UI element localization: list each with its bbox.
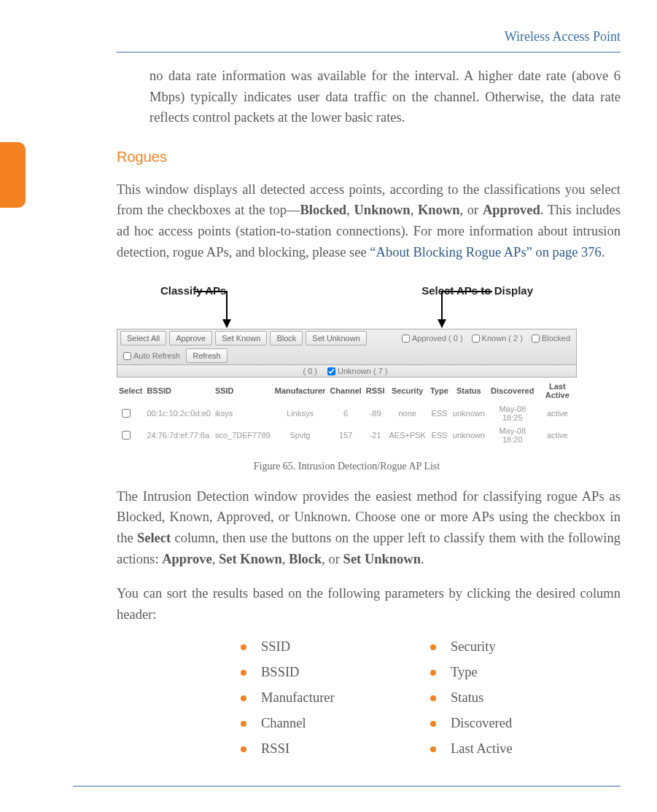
figure-caption: Figure 65. Intrusion Detection/Rogue AP … <box>117 461 577 472</box>
param-label: BSSID <box>261 665 299 680</box>
refresh-button[interactable]: Refresh <box>186 348 228 363</box>
auto-refresh-toggle[interactable]: Auto Refresh <box>120 351 183 360</box>
approved-checkbox[interactable] <box>402 335 410 343</box>
cell-manufacturer: Spvtg <box>273 424 328 446</box>
arrow-right-icon <box>441 291 443 327</box>
col-manufacturer[interactable]: Manufacturer <box>273 379 328 402</box>
bold-block: Block <box>289 552 322 566</box>
col-security[interactable]: Security <box>387 379 428 402</box>
bullet-icon <box>430 670 436 676</box>
col-type[interactable]: Type <box>428 379 451 402</box>
approved-label: Approved ( 0 ) <box>412 334 463 343</box>
row-select-checkbox[interactable] <box>122 409 131 418</box>
cell-discovered: May-08 18:20 <box>487 424 538 446</box>
col-bssid[interactable]: BSSID <box>144 379 212 402</box>
section-heading-rogues: Rogues <box>117 149 621 165</box>
cell-bssid: 24:76:7d:ef:77:8a <box>144 424 212 446</box>
set-known-button[interactable]: Set Known <box>215 331 267 346</box>
col-ssid[interactable]: SSID <box>213 379 273 402</box>
cell-security: none <box>387 402 428 424</box>
param-label: Channel <box>261 716 306 731</box>
known-checkbox[interactable] <box>472 335 480 343</box>
cell-channel: 6 <box>327 402 363 424</box>
param-label: Status <box>451 690 483 706</box>
cell-type: ESS <box>428 402 451 424</box>
blocked-filter[interactable]: Blocked <box>529 334 573 343</box>
row-select-checkbox[interactable] <box>122 431 131 440</box>
bullet-icon <box>241 670 246 676</box>
bullet-icon <box>241 721 246 727</box>
col-discovered[interactable]: Discovered <box>487 379 538 402</box>
bullet-icon <box>241 746 246 752</box>
known-filter[interactable]: Known ( 2 ) <box>469 334 526 343</box>
param-label: Last Active <box>451 741 513 757</box>
footer-rule <box>73 786 621 786</box>
bullet-icon <box>430 746 436 752</box>
toolbar: Select All Approve Set Known Block Set U… <box>117 329 577 365</box>
toolbar-row2: ( 0 ) Unknown ( 7 ) <box>117 365 577 378</box>
list-item: BSSID <box>241 665 401 680</box>
cell-discovered: May-08 18:25 <box>487 402 538 424</box>
col-last-active[interactable]: Last Active <box>538 379 577 402</box>
side-tab <box>0 142 26 208</box>
approved-filter[interactable]: Approved ( 0 ) <box>399 334 466 343</box>
col-channel[interactable]: Channel <box>327 379 363 402</box>
blocked-label: Blocked <box>542 334 570 343</box>
p2-end: . <box>421 552 424 566</box>
list-item: SSID <box>241 639 401 655</box>
select-all-button[interactable]: Select All <box>120 331 166 346</box>
bold-set-unknown: Set Unknown <box>343 552 421 566</box>
col-select[interactable]: Select <box>117 379 144 402</box>
cell-channel: 157 <box>327 424 363 446</box>
cell-last-active: active <box>538 424 577 446</box>
param-label: RSSI <box>261 741 289 757</box>
bullet-icon <box>430 695 436 701</box>
list-item: Type <box>430 665 591 680</box>
param-label: SSID <box>261 639 290 655</box>
auto-refresh-label: Auto Refresh <box>133 351 180 360</box>
list-item: Security <box>430 639 591 655</box>
unknown-checkbox[interactable] <box>327 367 335 375</box>
bold-set-known: Set Known <box>219 552 282 566</box>
intro-paragraph: no data rate information was available f… <box>149 66 621 128</box>
cell-last-active: active <box>538 402 577 424</box>
cell-ssid: iksys <box>213 402 273 424</box>
known-label: Known ( 2 ) <box>482 334 523 343</box>
link-blocking-rogue[interactable]: “About Blocking Rogue APs” on page 376 <box>370 245 602 259</box>
bullet-icon <box>241 644 246 650</box>
blocked-checkbox[interactable] <box>532 335 540 343</box>
parameter-list: SSID Security BSSID Type Manufacturer St… <box>241 639 621 757</box>
block-button[interactable]: Block <box>270 331 303 346</box>
cell-status: unknown <box>451 402 487 424</box>
list-item: Status <box>430 690 591 706</box>
bold-unknown: Unknown <box>354 203 410 217</box>
bullet-icon <box>430 721 436 727</box>
col-rssi[interactable]: RSSI <box>364 379 387 402</box>
callout-connector-left <box>195 291 226 292</box>
auto-refresh-checkbox[interactable] <box>123 352 131 360</box>
list-item: Discovered <box>430 716 591 731</box>
figure-65: Classify APs Select APs to Display Selec… <box>117 284 577 472</box>
col-status[interactable]: Status <box>451 379 487 402</box>
cell-security: AES+PSK <box>387 424 428 446</box>
unknown-filter[interactable]: Unknown ( 7 ) <box>324 367 390 375</box>
cell-rssi: -21 <box>364 424 387 446</box>
unknown-label: Unknown ( 7 ) <box>338 367 387 375</box>
row2-left-label: ( 0 ) <box>303 367 317 375</box>
callout-connector-right <box>441 291 492 292</box>
set-unknown-button[interactable]: Set Unknown <box>306 331 366 346</box>
list-item: Last Active <box>430 741 591 757</box>
bullet-icon <box>241 695 246 701</box>
bold-blocked: Blocked <box>300 203 346 217</box>
bold-select: Select <box>137 531 171 545</box>
paragraph-3: You can sort the results based on the fo… <box>117 583 621 625</box>
arrow-left-icon <box>226 291 228 327</box>
approve-button[interactable]: Approve <box>169 331 212 346</box>
table-row: 00:1c:10:2c:0d:e0 iksys Linksys 6 -89 no… <box>117 402 577 424</box>
cell-bssid: 00:1c:10:2c:0d:e0 <box>144 402 212 424</box>
bullet-icon <box>430 644 436 650</box>
cell-manufacturer: Linksys <box>273 402 328 424</box>
header-rule <box>117 52 621 52</box>
param-label: Discovered <box>451 716 512 731</box>
list-item: Channel <box>241 716 401 731</box>
